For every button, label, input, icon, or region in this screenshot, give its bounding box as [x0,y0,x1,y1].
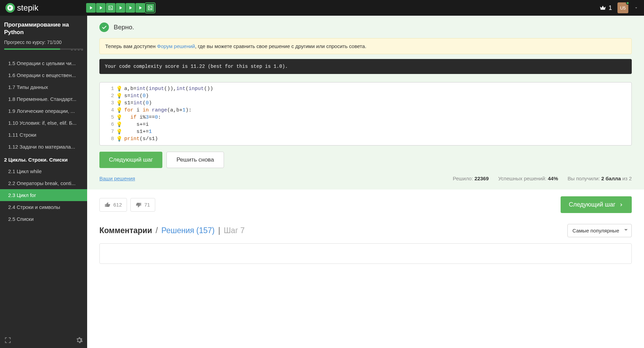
step-6[interactable] [135,3,145,13]
sidebar: Программирование на Python Прогресс по к… [0,16,87,348]
sidebar-item[interactable]: 1.5 Операции с целыми чи... [0,57,87,69]
step-7-active[interactable] [145,3,155,13]
sidebar-item[interactable]: 1.11 Строки [0,129,87,141]
sidebar-item[interactable]: 2.3 Цикл for [0,189,87,201]
step-3[interactable] [106,3,115,13]
vote-row: 612 71 Следующий шаг [99,196,632,213]
sidebar-item[interactable]: 1.8 Переменные. Стандарт... [0,93,87,105]
sidebar-section[interactable]: 2 Циклы. Строки. Списки [0,153,87,165]
progress-text: Прогресс по курсу: 71/100 [4,40,83,45]
sidebar-item[interactable]: 2.4 Строки и символы [0,201,87,213]
below-panel: 612 71 Следующий шаг Комментарии / Решен… [87,190,644,271]
sidebar-item[interactable]: 2.1 Цикл while [0,165,87,177]
course-title: Программирование на Python [4,21,83,36]
downvote-button[interactable]: 71 [130,198,155,212]
sidebar-item[interactable]: 1.9 Логические операции, ... [0,105,87,117]
step-progress-bar [86,3,155,13]
comments-header: Комментарии / Решения (157) | Шаг 7 Самы… [99,224,632,237]
brand-text: stepik [17,3,38,13]
step-4[interactable] [116,3,125,13]
correct-text: Верно. [114,24,134,31]
stat-success: Успешных решений: 44% [498,176,558,181]
sidebar-item[interactable]: 1.7 Типы данных [0,81,87,93]
tab-solutions[interactable]: Решения (157) [161,226,214,235]
sidebar-nav: 1.5 Операции с целыми чи...1.6 Операции … [0,55,87,332]
main-content: Верно. Теперь вам доступен Форум решений… [87,16,644,348]
sidebar-header: Программирование на Python Прогресс по к… [0,16,87,55]
code-line: 4💡for i in range(a,b+1): [100,107,631,114]
complexity-score: Your code complexity score is 11.22 (bes… [99,59,632,74]
sidebar-item[interactable]: 1.10 Условия: if, else, elif. Б... [0,117,87,129]
sidebar-item[interactable]: 1.6 Операции с веществен... [0,69,87,81]
sidebar-footer [0,332,87,348]
action-row: Следующий шаг Решить снова [99,152,632,168]
step-5[interactable] [126,3,135,13]
code-line: 8💡print(s/s1) [100,135,631,142]
logo[interactable]: stepik [5,3,38,13]
step-1[interactable] [86,3,96,13]
sidebar-item[interactable]: 2.2 Операторы break, conti... [0,177,87,189]
gear-icon[interactable] [76,336,83,344]
comments-tabs: Комментарии / Решения (157) | Шаг 7 [99,226,245,235]
notification-dot [626,1,629,5]
stat-points: Вы получили: 2 балла из 2 [568,176,632,181]
correct-row: Верно. [99,22,632,32]
crown-count: 1 [609,4,612,12]
sidebar-item[interactable]: 2.5 Списки [0,213,87,225]
code-line: 2💡s=int(0) [100,92,631,100]
retry-button[interactable]: Решить снова [166,152,224,168]
code-line: 6💡 s+=i [100,121,631,128]
code-line: 3💡s1=int(0) [100,100,631,107]
logo-icon [5,3,15,13]
avatar[interactable]: U5 [617,2,628,13]
chevron-down-icon[interactable] [634,5,639,10]
stats-row: Ваши решения Решило: 22369 Успешных реше… [99,176,632,181]
progress-fill [4,48,60,50]
upvote-button[interactable]: 612 [99,198,127,212]
crown-badge[interactable]: 1 [599,4,612,12]
avatar-text: U5 [620,5,626,11]
forum-link[interactable]: Форум решений [157,43,195,49]
code-line: 5💡 if i%3==0: [100,114,631,121]
comment-input[interactable] [99,243,632,264]
topbar: stepik 1 U5 [0,0,644,16]
tab-comments[interactable]: Комментарии [99,226,152,235]
next-step-button[interactable]: Следующий шаг [99,152,162,168]
fullscreen-icon[interactable] [4,336,12,344]
sort-select[interactable]: Самые популярные [567,224,632,237]
code-editor[interactable]: 1💡a,b=int(input()),int(input())2💡s=int(0… [99,82,632,146]
next-step-big-button[interactable]: Следующий шаг [561,196,632,213]
your-solutions-link[interactable]: Ваши решения [99,176,135,181]
step-label: Шаг 7 [224,226,244,235]
check-icon [99,22,109,32]
code-line: 7💡 s1+=1 [100,128,631,135]
result-panel: Верно. Теперь вам доступен Форум решений… [87,16,644,190]
topbar-right: 1 U5 [599,2,639,13]
sidebar-item[interactable]: 1.12 Задачи по материала... [0,141,87,153]
stat-solved: Решило: 22369 [453,176,488,181]
code-line: 1💡a,b=int(input()),int(input()) [100,85,631,92]
forum-banner: Теперь вам доступен Форум решений, где в… [99,38,632,54]
step-2[interactable] [96,3,106,13]
progress-bar [4,48,83,50]
